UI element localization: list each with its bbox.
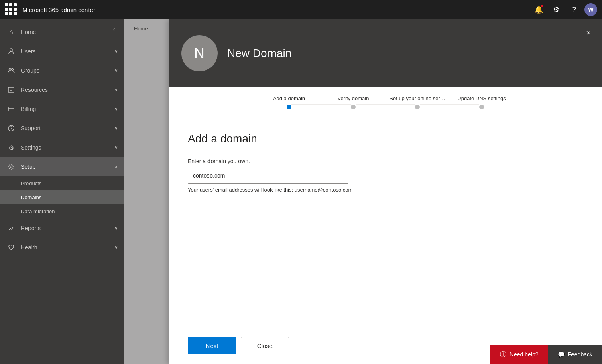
wizard-step-update-dns[interactable]: Update DNS settings <box>449 95 514 109</box>
sidebar-item-resources[interactable]: Resources ∨ <box>0 80 124 99</box>
svg-point-1 <box>9 69 11 71</box>
billing-chevron-icon: ∨ <box>114 106 118 112</box>
need-help-button[interactable]: ⓘ Need help? <box>490 345 548 364</box>
groups-icon <box>6 66 16 75</box>
next-button[interactable]: Next <box>188 337 236 354</box>
close-button[interactable]: Close <box>241 337 289 354</box>
section-title: Add a domain <box>188 132 583 145</box>
topbar: Microsoft 365 admin center 🔔 ⚙ ? W <box>0 0 602 19</box>
domain-input[interactable] <box>188 168 348 184</box>
svg-point-7 <box>10 166 12 168</box>
wizard-step-add-domain[interactable]: Add a domain <box>257 95 321 109</box>
home-icon: ⌂ <box>6 27 16 37</box>
groups-chevron-icon: ∨ <box>114 68 118 73</box>
panel-overlay: N New Domain × Add a domain Verify domai… <box>124 19 602 364</box>
support-icon <box>6 123 16 133</box>
wizard-step-verify-domain[interactable]: Verify domain <box>321 95 385 109</box>
domain-input-label: Enter a domain you own. <box>188 158 583 164</box>
user-avatar[interactable]: W <box>584 3 597 16</box>
setup-icon <box>6 162 16 172</box>
feedback-button[interactable]: 💬 Feedback <box>548 345 602 364</box>
panel-header: N New Domain × <box>169 19 602 87</box>
sidebar-item-billing[interactable]: Billing ∨ <box>0 99 124 119</box>
panel-title: New Domain <box>227 47 291 60</box>
users-icon <box>6 47 16 56</box>
resources-chevron-icon: ∨ <box>114 87 118 93</box>
help-circle-icon: ⓘ <box>500 350 506 359</box>
wizard-steps: Add a domain Verify domain Set up your o… <box>169 87 602 116</box>
bottom-bar: ⓘ Need help? 💬 Feedback <box>490 345 602 364</box>
sidebar-subitem-domains[interactable]: Domains <box>0 190 124 204</box>
svg-point-0 <box>10 49 12 51</box>
settings-nav-icon: ⚙ <box>6 143 16 152</box>
sidebar-item-support[interactable]: Support ∨ <box>0 119 124 138</box>
settings-button[interactable]: ⚙ <box>549 2 563 17</box>
sidebar-item-groups[interactable]: Groups ∨ <box>0 61 124 80</box>
sidebar-item-reports[interactable]: Reports ∨ <box>0 218 124 238</box>
billing-icon <box>6 104 16 114</box>
panel-body: Add a domain Enter a domain you own. You… <box>169 116 602 327</box>
sidebar-item-users[interactable]: Users ∨ <box>0 42 124 61</box>
svg-rect-3 <box>8 87 14 92</box>
email-hint: Your users' email addresses will look li… <box>188 187 583 193</box>
sidebar-nav: ⌂ Home Users ∨ Groups ∨ <box>0 22 124 257</box>
reports-icon <box>6 223 16 233</box>
resources-icon <box>6 85 16 95</box>
sidebar-item-settings[interactable]: ⚙ Settings ∨ <box>0 138 124 157</box>
sidebar-item-health[interactable]: Health ∨ <box>0 238 124 257</box>
panel-close-button[interactable]: × <box>581 26 596 40</box>
help-button[interactable]: ? <box>567 2 581 17</box>
sidebar-item-setup[interactable]: Setup ∧ <box>0 157 124 176</box>
svg-point-2 <box>12 69 14 71</box>
new-domain-panel: N New Domain × Add a domain Verify domai… <box>169 19 602 364</box>
topbar-actions: 🔔 ⚙ ? W <box>531 2 597 17</box>
users-chevron-icon: ∨ <box>114 49 118 54</box>
app-launcher-button[interactable] <box>5 3 18 16</box>
wizard-dot-update-dns <box>479 105 484 109</box>
health-icon <box>6 243 16 252</box>
health-chevron-icon: ∨ <box>114 245 118 250</box>
support-chevron-icon: ∨ <box>114 125 118 131</box>
svg-rect-4 <box>8 107 14 111</box>
wizard-dot-setup-online <box>415 105 420 109</box>
sidebar: ‹ ⌂ Home Users ∨ Groups ∨ <box>0 19 124 364</box>
main-layout: ‹ ⌂ Home Users ∨ Groups ∨ <box>0 19 602 364</box>
wizard-dot-verify-domain <box>351 105 356 109</box>
sidebar-subitem-data-migration[interactable]: Data migration <box>0 204 124 218</box>
sidebar-subitem-products[interactable]: Products <box>0 176 124 190</box>
domain-avatar: N <box>181 35 218 71</box>
notifications-button[interactable]: 🔔 <box>531 2 546 17</box>
svg-point-6 <box>11 130 12 131</box>
sidebar-item-home[interactable]: ⌂ Home <box>0 22 124 42</box>
reports-chevron-icon: ∨ <box>114 225 118 231</box>
settings-chevron-icon: ∨ <box>114 145 118 150</box>
wizard-step-setup-online[interactable]: Set up your online ser… <box>385 95 449 109</box>
setup-chevron-icon: ∧ <box>114 164 118 170</box>
app-title: Microsoft 365 admin center <box>22 6 531 13</box>
content-area: Home N New Domain × Add a domain Ve <box>124 19 602 364</box>
wizard-dot-add-domain <box>287 105 291 109</box>
feedback-icon: 💬 <box>558 351 565 358</box>
